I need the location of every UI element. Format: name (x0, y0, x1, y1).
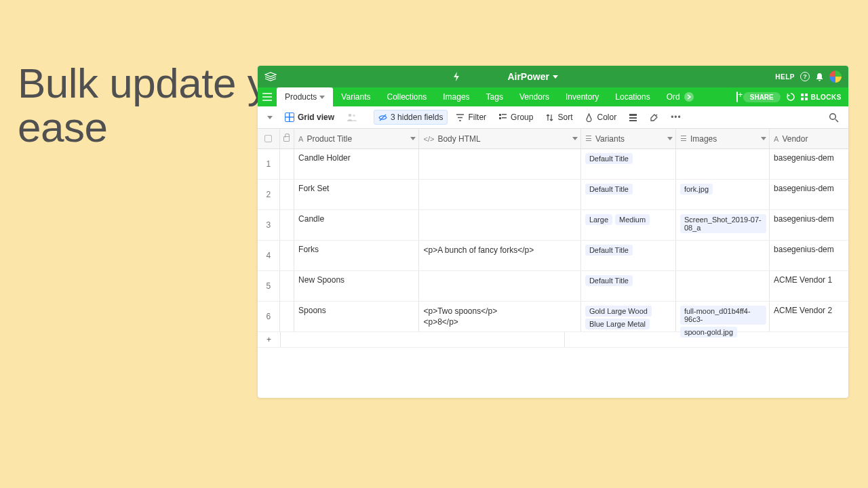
chevron-down-icon[interactable] (410, 137, 416, 140)
user-avatar[interactable] (829, 70, 842, 83)
table-row[interactable]: 6Spoons<p>Two spoons</p><p>8</p>Gold Lar… (258, 302, 848, 332)
linked-record-chip[interactable]: Default Title (585, 245, 633, 256)
cell-vendor[interactable]: basegenius-dem (770, 180, 848, 209)
row-height-button[interactable] (625, 111, 642, 124)
cell-variants[interactable]: Default Title (581, 241, 676, 270)
history-icon[interactable] (786, 92, 795, 102)
more-button[interactable]: ••• (667, 110, 686, 124)
linked-record-chip[interactable]: Screen_Shot_2019-07-08_a (680, 214, 766, 233)
linked-record-chip[interactable]: full-moon_d01b4ff4-96c3- (680, 306, 766, 325)
cell-title[interactable]: Fork Set (294, 180, 419, 209)
base-name[interactable]: AirPower (507, 71, 557, 82)
row-number[interactable]: 6 (258, 302, 280, 331)
tab-images[interactable]: Images (435, 87, 477, 106)
cell-body[interactable] (419, 210, 580, 240)
help-link[interactable]: HELP (775, 73, 795, 81)
share-button[interactable]: SHARE (743, 92, 781, 102)
blocks-button[interactable]: BLOCKS (801, 94, 842, 101)
help-icon[interactable]: ? (800, 72, 810, 81)
notification-bell-icon[interactable] (815, 73, 824, 81)
cell-images[interactable]: Screen_Shot_2019-07-08_a (676, 210, 770, 240)
column-header-vendor[interactable]: AVendor (770, 129, 848, 148)
filter-button[interactable]: Filter (452, 110, 490, 124)
search-button[interactable] (825, 110, 843, 125)
cell-variants[interactable]: Default Title (581, 149, 676, 179)
linked-record-chip[interactable]: Default Title (585, 184, 633, 195)
cell-body[interactable]: <p>Two spoons</p><p>8</p> (419, 302, 580, 331)
cell-body[interactable]: <p>A bunch of fancy forks</p> (419, 241, 580, 270)
table-row[interactable]: 5New SpoonsDefault TitleACME Vendor 1 (258, 271, 848, 302)
grid-view-button[interactable]: Grid view (281, 110, 338, 124)
cell-title[interactable]: Candle (294, 210, 419, 240)
table-row[interactable]: 4Forks<p>A bunch of fancy forks</p>Defau… (258, 241, 848, 271)
primary-field-lock-icon (280, 129, 294, 148)
select-all-checkbox[interactable] (258, 129, 280, 148)
linked-record-chip[interactable]: Large (585, 214, 612, 225)
cell-vendor[interactable]: ACME Vendor 2 (770, 302, 848, 331)
tab-tags[interactable]: Tags (478, 87, 511, 106)
hidden-fields-button[interactable]: 3 hidden fields (374, 110, 448, 125)
cell-vendor[interactable]: basegenius-dem (770, 210, 848, 240)
row-gutter (280, 180, 294, 209)
cell-vendor[interactable]: basegenius-dem (770, 241, 848, 270)
color-button[interactable]: Color (580, 110, 620, 124)
tabs-scroll-right[interactable] (684, 92, 694, 102)
share-view-button[interactable] (646, 111, 663, 124)
automation-bolt-icon[interactable] (453, 72, 460, 81)
row-number[interactable]: 5 (258, 271, 280, 301)
table-row[interactable]: 3CandleLargeMediumScreen_Shot_2019-07-08… (258, 210, 848, 241)
row-number[interactable]: 2 (258, 180, 280, 209)
cell-variants[interactable]: Default Title (581, 271, 676, 301)
cell-title[interactable]: Forks (294, 241, 419, 270)
linked-record-chip[interactable]: Blue Large Metal (585, 319, 650, 329)
cell-images[interactable] (676, 241, 770, 270)
linked-record-chip[interactable]: Medium (615, 214, 650, 225)
chevron-down-icon[interactable] (667, 137, 673, 140)
column-header-title[interactable]: AProduct Title (294, 129, 419, 148)
header-row: AProduct Title </>Body HTML ☰Variants ☰I… (258, 129, 848, 149)
view-switcher[interactable] (263, 114, 277, 121)
cell-vendor[interactable]: ACME Vendor 1 (770, 271, 848, 301)
column-header-images[interactable]: ☰Images (676, 129, 770, 148)
tab-inventory[interactable]: Inventory (557, 87, 607, 106)
linked-record-chip[interactable]: fork.jpg (680, 184, 713, 195)
cell-variants[interactable]: Gold Large WoodBlue Large Metal (581, 302, 676, 331)
linked-record-chip[interactable]: Gold Large Wood (585, 306, 652, 317)
cell-title[interactable]: Candle Holder (294, 149, 419, 179)
cell-body[interactable] (419, 271, 580, 301)
chevron-down-icon[interactable] (572, 137, 578, 140)
linked-record-chip[interactable]: Default Title (585, 153, 633, 164)
tab-variants[interactable]: Variants (333, 87, 378, 106)
cell-variants[interactable]: LargeMedium (581, 210, 676, 240)
tab-locations[interactable]: Locations (607, 87, 658, 106)
cell-variants[interactable]: Default Title (581, 180, 676, 209)
menu-button[interactable] (258, 87, 277, 106)
cell-body[interactable] (419, 180, 580, 209)
group-label: Group (511, 113, 533, 122)
row-number[interactable]: 1 (258, 149, 280, 179)
sort-button[interactable]: Sort (541, 110, 576, 124)
cell-vendor[interactable]: basegenius-dem (770, 149, 848, 179)
row-number[interactable]: 4 (258, 241, 280, 270)
column-header-body[interactable]: </>Body HTML (419, 129, 580, 148)
chevron-down-icon[interactable] (761, 137, 766, 140)
tab-vendors[interactable]: Vendors (511, 87, 557, 106)
cell-images[interactable]: full-moon_d01b4ff4-96c3-spoon-gold.jpg (676, 302, 770, 331)
cell-title[interactable]: New Spoons (294, 271, 419, 301)
tab-collections[interactable]: Collections (379, 87, 435, 106)
cell-body[interactable] (419, 149, 580, 179)
add-table-button[interactable] (736, 92, 738, 102)
group-button[interactable]: Group (494, 110, 537, 124)
tab-products[interactable]: Products (277, 87, 333, 106)
linked-record-chip[interactable]: spoon-gold.jpg (680, 327, 737, 338)
cell-title[interactable]: Spoons (294, 302, 419, 331)
table-row[interactable]: 2Fork SetDefault Titlefork.jpgbasegenius… (258, 180, 848, 210)
table-row[interactable]: 1Candle HolderDefault Titlebasegenius-de… (258, 149, 848, 180)
row-number[interactable]: 3 (258, 210, 280, 240)
cell-images[interactable] (676, 271, 770, 301)
cell-images[interactable] (676, 149, 770, 179)
linked-record-chip[interactable]: Default Title (585, 275, 633, 286)
cell-images[interactable]: fork.jpg (676, 180, 770, 209)
column-header-variants[interactable]: ☰Variants (581, 129, 676, 148)
collaborators-button[interactable] (342, 110, 361, 124)
